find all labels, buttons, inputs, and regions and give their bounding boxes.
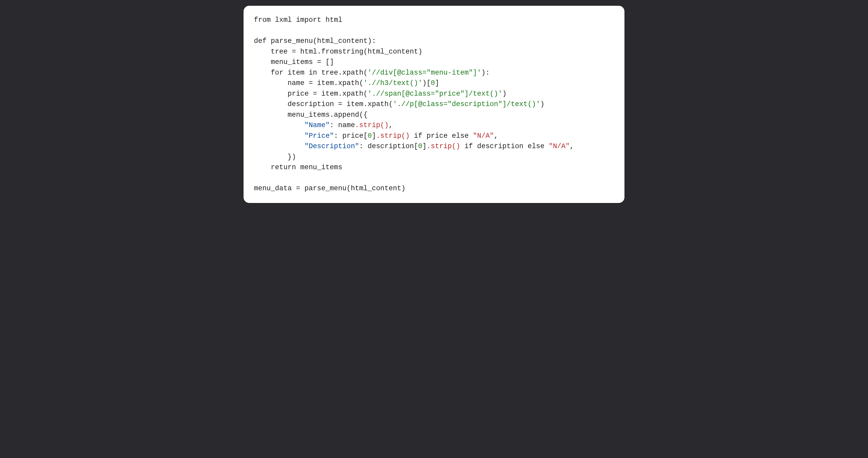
code-text xyxy=(545,143,549,150)
code-text: description = item.xpath( xyxy=(254,100,393,108)
code-text xyxy=(254,132,304,140)
string-literal: "N/A" xyxy=(549,143,570,150)
code-text: ] xyxy=(435,79,439,87)
code-text: menu_items xyxy=(296,163,342,171)
code-text: price = item.xpath( xyxy=(254,90,368,98)
code-text: , xyxy=(389,121,393,129)
code-block-card: from lxml import html def parse_menu(htm… xyxy=(243,5,625,204)
code-text: name = item.xpath( xyxy=(254,79,363,87)
dict-key: "Name" xyxy=(304,121,330,129)
code-text: ) xyxy=(540,100,545,108)
code-text: : name xyxy=(330,121,355,129)
keyword-from: from xyxy=(254,16,271,24)
code-text: , xyxy=(494,132,498,140)
code-text: html xyxy=(321,16,342,24)
keyword-if: if xyxy=(464,143,473,150)
code-text xyxy=(469,132,473,140)
keyword-if: if xyxy=(414,132,422,140)
code-text xyxy=(254,163,271,171)
keyword-else: else xyxy=(528,143,545,150)
code-text: : price[ xyxy=(334,132,368,140)
keyword-return: return xyxy=(271,163,296,171)
keyword-import: import xyxy=(296,16,321,24)
dict-key: "Price" xyxy=(304,132,334,140)
code-text: tree.xpath( xyxy=(317,69,368,77)
code-text: menu_items = [] xyxy=(254,58,334,66)
code-text: ] xyxy=(422,143,427,150)
number-literal: 0 xyxy=(431,79,435,87)
code-text: item xyxy=(283,69,308,77)
string-literal: './/p[@class="description"]/text()' xyxy=(393,100,540,108)
number-literal: 0 xyxy=(418,143,422,150)
code-text: : description[ xyxy=(359,143,418,150)
string-literal: './/h3/text()' xyxy=(363,79,422,87)
code-content[interactable]: from lxml import html def parse_menu(htm… xyxy=(254,15,614,194)
code-text: price xyxy=(422,132,452,140)
number-literal: 0 xyxy=(368,132,372,140)
code-text: parse_menu(html_content): xyxy=(267,37,376,45)
code-text: lxml xyxy=(271,16,296,24)
code-text: , xyxy=(570,143,574,150)
code-text: tree = html.fromstring(html_content) xyxy=(254,48,422,56)
keyword-in: in xyxy=(309,69,317,77)
string-literal: '//div[@class="menu-item"]' xyxy=(368,69,481,77)
code-text: )[ xyxy=(422,79,431,87)
code-text: ): xyxy=(481,69,490,77)
method-call: .strip() xyxy=(427,143,460,150)
keyword-for: for xyxy=(271,69,283,77)
code-text: }) xyxy=(254,153,296,161)
code-text xyxy=(254,143,304,150)
method-call: .strip() xyxy=(376,132,410,140)
code-text: description xyxy=(473,143,528,150)
keyword-def: def xyxy=(254,37,267,45)
keyword-else: else xyxy=(452,132,469,140)
code-text: menu_items.append({ xyxy=(254,111,368,119)
code-text: ] xyxy=(372,132,376,140)
code-text: ) xyxy=(502,90,506,98)
code-text xyxy=(460,143,464,150)
method-call: .strip() xyxy=(355,121,389,129)
code-text xyxy=(254,121,304,129)
string-literal: './/span[@class="price"]/text()' xyxy=(368,90,502,98)
code-text: menu_data = parse_menu(html_content) xyxy=(254,185,405,192)
code-text xyxy=(410,132,414,140)
code-text xyxy=(254,69,271,77)
string-literal: "N/A" xyxy=(473,132,494,140)
dict-key: "Description" xyxy=(304,143,359,150)
